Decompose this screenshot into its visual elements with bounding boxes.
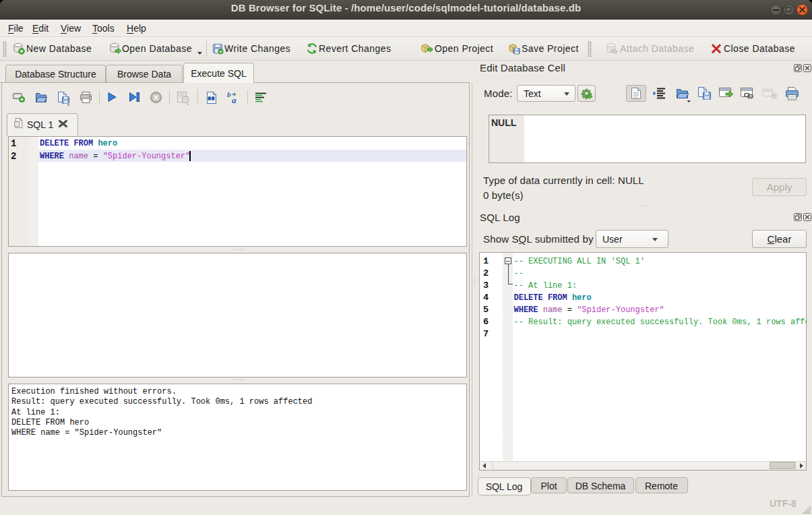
svg-text:b: b	[227, 90, 231, 98]
svg-text:a: a	[232, 95, 237, 105]
